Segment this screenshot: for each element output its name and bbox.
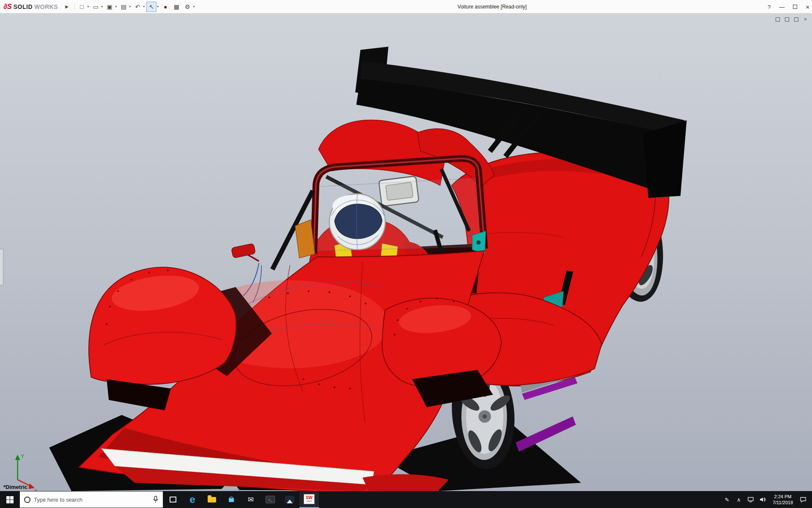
- menu-flyout-arrow-icon[interactable]: ▶: [62, 2, 72, 12]
- command-prompt-icon: >_: [266, 496, 275, 503]
- titlebar: ∂S SOLIDWORKS ▶ □▾ ▭▾ ▣▾ ▤▾ ↶▾ ↖▾ ● ▦ ⚙▾…: [0, 0, 812, 14]
- action-center-icon: [800, 497, 807, 503]
- brand-works: WORKS: [34, 3, 58, 10]
- windows-logo-icon: [6, 496, 14, 503]
- open-document-icon[interactable]: ▭: [91, 2, 101, 12]
- search-input[interactable]: [34, 497, 149, 503]
- solidworks-app-button[interactable]: SW 2017: [299, 491, 319, 508]
- volume-tray-button[interactable]: [757, 497, 768, 502]
- graphics-area[interactable]: ×: [0, 14, 812, 491]
- clock-time: 2:24 PM: [774, 494, 791, 500]
- network-icon: [747, 497, 754, 502]
- system-tray: ✎ ∧ 2:24 PM 7/11/2018: [721, 491, 812, 508]
- print-icon[interactable]: ▤: [118, 2, 129, 12]
- solidworks-logo: ∂S SOLIDWORKS: [0, 3, 61, 11]
- document-window-controls: ×: [776, 16, 807, 22]
- new-document-icon[interactable]: □: [77, 2, 87, 12]
- maximize-button[interactable]: [793, 5, 797, 9]
- options-gear-icon[interactable]: ⚙: [182, 2, 192, 12]
- mail-envelope-icon: ✉: [248, 495, 254, 504]
- triad-y-label: Y: [21, 453, 24, 459]
- edge-icon: e: [189, 494, 195, 505]
- triad-x-label: X: [34, 489, 38, 491]
- brand-solid: SOLID: [14, 3, 33, 10]
- speaker-icon: [759, 497, 766, 502]
- photos-app-icon: [285, 496, 294, 503]
- doc-maximize-icon[interactable]: [794, 17, 798, 22]
- 3d-viewport-canvas[interactable]: Y X: [0, 14, 812, 491]
- pen-icon: ✎: [724, 497, 729, 503]
- window-title: Voiture assemblee [Read-only]: [458, 4, 527, 10]
- print-caret-icon[interactable]: ▾: [129, 5, 131, 8]
- file-explorer-button[interactable]: [202, 491, 222, 508]
- hidden-icons-button[interactable]: ∧: [733, 497, 745, 503]
- featuremanager-flyout-handle[interactable]: [0, 249, 3, 285]
- toolbar-separator: [74, 3, 74, 11]
- cortana-icon: [24, 497, 30, 503]
- ds-logo-icon: ∂S: [3, 3, 12, 11]
- taskbar-clock[interactable]: 2:24 PM 7/11/2018: [768, 494, 797, 505]
- window-controls: ? — ×: [768, 0, 809, 14]
- start-button[interactable]: [0, 491, 19, 508]
- select-caret-icon[interactable]: ▾: [157, 5, 159, 8]
- mail-button[interactable]: ✉: [241, 491, 261, 508]
- clock-date: 7/11/2018: [773, 500, 793, 505]
- action-center-button[interactable]: [797, 497, 809, 503]
- doc-close-icon[interactable]: ×: [804, 16, 807, 22]
- new-document-caret-icon[interactable]: ▾: [87, 5, 89, 8]
- evaluate-sheet-icon[interactable]: ▦: [171, 2, 181, 12]
- view-orientation-label: *Dimetric: [3, 484, 27, 490]
- appearances-sphere-icon[interactable]: ●: [160, 2, 170, 12]
- undo-icon[interactable]: ↶: [132, 2, 143, 12]
- windows-taskbar: e ✉ >_ SW 2017 ✎ ∧: [0, 491, 812, 508]
- folder-icon: [208, 497, 216, 502]
- task-view-icon: [170, 497, 176, 502]
- doc-restore-right-icon[interactable]: [785, 17, 789, 22]
- doc-restore-left-icon[interactable]: [776, 17, 780, 22]
- help-button[interactable]: ?: [768, 4, 771, 10]
- undo-caret-icon[interactable]: ▾: [143, 5, 145, 8]
- network-tray-button[interactable]: [745, 497, 757, 502]
- taskbar-spacer: [319, 491, 721, 508]
- open-document-caret-icon[interactable]: ▾: [101, 5, 103, 8]
- task-view-button[interactable]: [163, 491, 183, 508]
- solidworks-app-icon: SW 2017: [304, 494, 315, 504]
- store-bag-icon: [228, 496, 235, 503]
- minimize-button[interactable]: —: [779, 4, 785, 10]
- save-caret-icon[interactable]: ▾: [115, 5, 117, 8]
- command-prompt-button[interactable]: >_: [261, 491, 280, 508]
- select-cursor-icon[interactable]: ↖: [146, 2, 156, 12]
- microphone-icon[interactable]: [153, 496, 159, 503]
- options-caret-icon[interactable]: ▾: [193, 5, 195, 8]
- store-button[interactable]: [222, 491, 241, 508]
- edge-browser-button[interactable]: e: [183, 491, 202, 508]
- chevron-up-icon: ∧: [737, 497, 741, 503]
- pen-tray-button[interactable]: ✎: [721, 497, 733, 503]
- taskbar-search[interactable]: [19, 491, 163, 508]
- close-button[interactable]: ×: [806, 3, 809, 11]
- photos-app-button[interactable]: [280, 491, 299, 508]
- save-icon[interactable]: ▣: [104, 2, 115, 12]
